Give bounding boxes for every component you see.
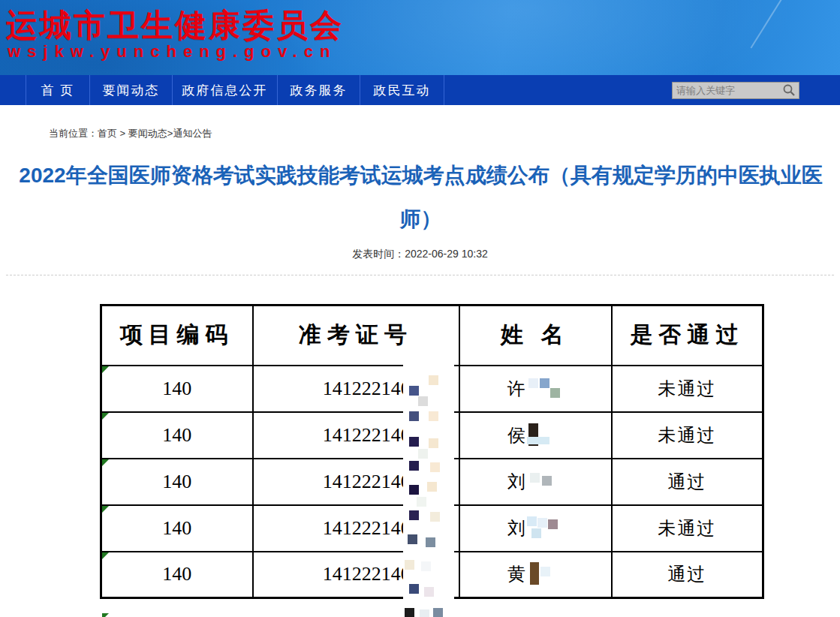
project-code-value: 140 (162, 424, 191, 446)
censor-mosaic (527, 470, 563, 494)
cell-result: 未通过 (612, 366, 763, 412)
mosaic-pixel (429, 438, 438, 448)
col-header-pass: 是否通过 (612, 305, 763, 366)
cell-name: 许 (459, 366, 612, 412)
excel-error-indicator (102, 366, 109, 373)
mosaic-pixel (418, 396, 428, 406)
breadcrumb: 当前位置：首页 > 要闻动态>通知公告 (49, 127, 212, 140)
mosaic-pixel (540, 567, 550, 576)
mosaic-pixel (421, 561, 431, 571)
publish-time-value: 2022-06-29 10:32 (405, 248, 488, 260)
mosaic-pixel (550, 388, 560, 398)
mosaic-pixel (530, 473, 540, 483)
mosaic-pixel (430, 512, 440, 522)
search-input[interactable] (673, 85, 782, 96)
cell-project-code: 140 (101, 459, 253, 505)
mosaic-pixel (409, 386, 419, 396)
cell-result: 通过 (612, 459, 763, 505)
cell-result: 通过 (612, 552, 763, 598)
cell-name: 侯 (459, 412, 612, 459)
excel-error-indicator (102, 459, 109, 466)
mosaic-pixel (430, 462, 440, 472)
mosaic-pixel (409, 437, 419, 447)
name-value: 侯 (507, 423, 525, 447)
nav-item-news[interactable]: 要闻动态 (90, 75, 173, 105)
cell-project-code: 140 (101, 366, 253, 412)
mosaic-pixel (527, 516, 537, 526)
cell-result: 未通过 (612, 412, 763, 459)
cell-name: 黄 (459, 552, 612, 598)
excel-error-indicator (102, 413, 109, 420)
mosaic-pixel (408, 534, 417, 544)
content-divider (6, 275, 834, 275)
mosaic-pixel (409, 461, 419, 471)
mosaic-pixel (418, 449, 428, 459)
name-value: 刘 (507, 516, 525, 540)
mosaic-pixel (409, 510, 419, 520)
mosaic-pixel (429, 375, 438, 385)
nav-divider (0, 75, 26, 105)
mosaic-pixel (424, 587, 434, 597)
mosaic-pixel (429, 411, 438, 421)
censor-mosaic (527, 423, 563, 447)
mosaic-pixel (409, 485, 419, 495)
censor-mosaic (527, 562, 563, 586)
cell-project-code: 140 (101, 552, 253, 598)
name-value: 黄 (507, 562, 525, 586)
banner-decor-streak (750, 0, 782, 49)
table-header-row: 项目编码 准考证号 姓 名 是否通过 (101, 305, 763, 366)
mosaic-pixel (427, 482, 437, 492)
censor-mosaic (527, 516, 563, 540)
mosaic-pixel (405, 560, 414, 570)
nav-item-interaction[interactable]: 政民互动 (360, 75, 444, 105)
mosaic-pixel (409, 411, 419, 421)
mosaic-pixel (528, 378, 538, 388)
mosaic-pixel (531, 528, 541, 538)
project-code-value: 140 (162, 471, 191, 492)
publish-time: 发表时间：2022-06-29 10:32 (0, 248, 840, 261)
mosaic-pixel (530, 562, 539, 585)
publish-time-label: 发表时间： (352, 248, 405, 260)
mosaic-pixel (426, 537, 435, 547)
nav-item-info-disclosure[interactable]: 政府信息公开 (173, 75, 278, 105)
project-code-value: 140 (162, 517, 191, 539)
mosaic-pixel (405, 608, 414, 617)
mosaic-pixel (537, 518, 547, 528)
main-nav: 首 页 要闻动态 政府信息公开 政务服务 政民互动 (0, 75, 840, 105)
excel-error-indicator (102, 613, 109, 617)
cell-result: 未通过 (612, 505, 763, 552)
site-url: wsjkw.yuncheng.gov.cn (8, 42, 336, 62)
nav-item-home[interactable]: 首 页 (26, 75, 90, 105)
col-header-project-code: 项目编码 (101, 305, 253, 366)
nav-item-services[interactable]: 政务服务 (278, 75, 360, 105)
mosaic-pixel (417, 497, 426, 507)
page-title: 2022年全国医师资格考试实践技能考试运城考点成绩公布（具有规定学历的中医执业医… (14, 154, 828, 241)
page: 运城市卫生健康委员会 wsjkw.yuncheng.gov.cn 首 页 要闻动… (0, 0, 840, 617)
project-code-value: 140 (162, 378, 191, 399)
mosaic-pixel (540, 378, 549, 388)
search-icon[interactable] (782, 83, 799, 97)
cell-name: 刘 (459, 505, 612, 552)
censor-strip (403, 365, 454, 617)
excel-error-indicator (102, 506, 109, 513)
mosaic-pixel (420, 609, 429, 617)
name-value: 刘 (507, 470, 525, 494)
cell-project-code: 140 (101, 505, 253, 552)
mosaic-pixel (542, 476, 552, 486)
cell-name: 刘 (459, 459, 612, 505)
mosaic-pixel (527, 437, 549, 444)
col-header-name: 姓 名 (459, 305, 612, 366)
col-header-ticket-no: 准考证号 (253, 305, 459, 366)
site-name: 运城市卫生健康委员会 (6, 5, 344, 47)
mosaic-pixel (433, 608, 443, 617)
excel-error-indicator (102, 552, 109, 559)
mosaic-pixel (409, 584, 419, 594)
project-code-value: 140 (162, 563, 191, 585)
mosaic-pixel (548, 519, 558, 529)
cell-project-code: 140 (101, 412, 253, 459)
site-banner: 运城市卫生健康委员会 wsjkw.yuncheng.gov.cn (0, 0, 840, 75)
search-box (672, 82, 799, 99)
censor-mosaic (527, 377, 563, 401)
name-value: 许 (507, 377, 525, 401)
